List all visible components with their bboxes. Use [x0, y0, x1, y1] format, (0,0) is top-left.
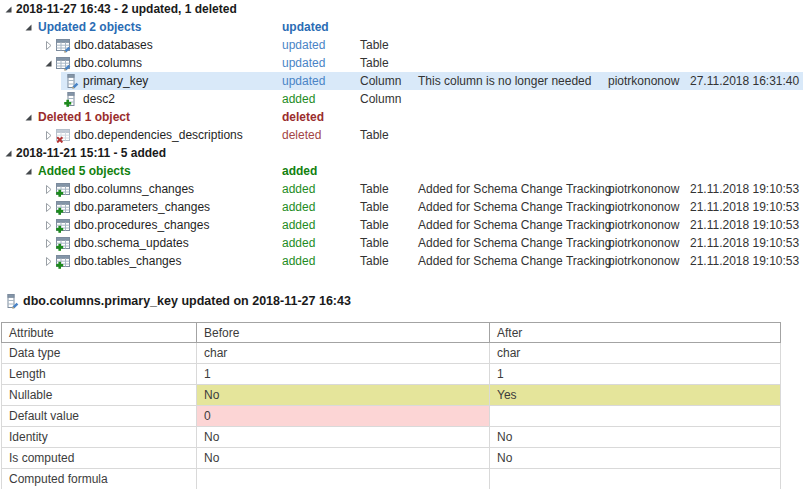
- status-label: updated: [282, 18, 329, 36]
- tree-item-label: Added 5 objects: [38, 162, 131, 180]
- status-label: added: [282, 162, 317, 180]
- tree-row[interactable]: 2018-11-21 15:11 - 5 added: [0, 144, 803, 162]
- attribute-name: Computed formula: [2, 469, 197, 489]
- expander-collapsed-icon[interactable]: [42, 126, 54, 144]
- table-added-icon: [55, 180, 71, 198]
- after-value: [490, 469, 781, 489]
- change-user: piotrkononow: [608, 252, 679, 270]
- compare-row: NullableNoYes: [2, 385, 781, 406]
- change-user: piotrkononow: [608, 180, 679, 198]
- attribute-name: Nullable: [2, 385, 197, 406]
- change-description: Added for Schema Change Tracking: [418, 216, 611, 234]
- change-user: piotrkononow: [608, 72, 679, 90]
- tree-item-label: dbo.columns_changes: [74, 180, 194, 198]
- tree-row[interactable]: 2018-11-27 16:43 - 2 updated, 1 deleted: [0, 0, 803, 18]
- compare-row: Default value0: [2, 406, 781, 427]
- object-type: Column: [360, 90, 401, 108]
- detail-header: dbo.columns.primary_key updated on 2018-…: [3, 292, 351, 310]
- object-type: Table: [360, 54, 389, 72]
- change-datetime: 21.11.2018 19:10:53: [690, 198, 799, 216]
- compare-header-before: Before: [197, 323, 490, 343]
- tree-row[interactable]: dbo.databasesupdatedTable: [0, 36, 803, 54]
- attribute-name: Is computed: [2, 448, 197, 469]
- tree-row[interactable]: Updated 2 objectsupdated: [0, 18, 803, 36]
- compare-row: Data typecharchar: [2, 343, 781, 364]
- tree-row[interactable]: dbo.columns_changesaddedTableAdded for S…: [0, 180, 803, 198]
- tree-item-label: 2018-11-21 15:11 - 5 added: [16, 144, 166, 162]
- object-type: Table: [360, 36, 389, 54]
- compare-header-attribute: Attribute: [2, 323, 197, 343]
- tree-row[interactable]: dbo.parameters_changesaddedTableAdded fo…: [0, 198, 803, 216]
- change-datetime: 21.11.2018 19:10:53: [690, 252, 799, 270]
- table-added-icon: [55, 252, 71, 270]
- change-description: Added for Schema Change Tracking: [418, 180, 611, 198]
- table-added-icon: [55, 198, 71, 216]
- object-type: Table: [360, 252, 389, 270]
- tree-row[interactable]: desc2addedColumn: [0, 90, 803, 108]
- attribute-name: Default value: [2, 406, 197, 427]
- tree-item-label: 2018-11-27 16:43 - 2 updated, 1 deleted: [16, 0, 237, 18]
- expander-expanded-icon[interactable]: [22, 18, 34, 36]
- compare-row: Computed formula: [2, 469, 781, 489]
- table-deleted-icon: [55, 126, 71, 144]
- status-label: added: [282, 90, 315, 108]
- after-value: No: [490, 427, 781, 448]
- tree-row[interactable]: dbo.dependencies_descriptionsdeletedTabl…: [0, 126, 803, 144]
- change-datetime: 21.11.2018 19:10:53: [690, 234, 799, 252]
- table-added-icon: [55, 216, 71, 234]
- column-updated-icon: [3, 292, 19, 310]
- object-type: Table: [360, 180, 389, 198]
- tree-row[interactable]: dbo.schema_updatesaddedTableAdded for Sc…: [0, 234, 803, 252]
- status-label: updated: [282, 36, 325, 54]
- compare-header-row: AttributeBeforeAfter: [2, 323, 781, 343]
- tree-item-label: desc2: [83, 90, 115, 108]
- tree-row[interactable]: dbo.tables_changesaddedTableAdded for Sc…: [0, 252, 803, 270]
- change-description: Added for Schema Change Tracking: [418, 252, 611, 270]
- tree-item-label: Deleted 1 object: [38, 108, 130, 126]
- expander-collapsed-icon[interactable]: [42, 216, 54, 234]
- expander-expanded-icon[interactable]: [2, 144, 14, 162]
- compare-header-after: After: [490, 323, 781, 343]
- expander-collapsed-icon[interactable]: [42, 36, 54, 54]
- expander-expanded-icon[interactable]: [42, 54, 54, 72]
- expander-expanded-icon[interactable]: [22, 108, 34, 126]
- status-label: added: [282, 180, 315, 198]
- object-type: Table: [360, 234, 389, 252]
- object-type: Table: [360, 216, 389, 234]
- tree-row[interactable]: Added 5 objectsadded: [0, 162, 803, 180]
- tree-row[interactable]: dbo.procedures_changesaddedTableAdded fo…: [0, 216, 803, 234]
- before-value: [197, 469, 490, 489]
- compare-row: Is computedNoNo: [2, 448, 781, 469]
- table-added-icon: [55, 234, 71, 252]
- table-updated-icon: [55, 36, 71, 54]
- object-type: Table: [360, 126, 389, 144]
- tree-row[interactable]: Deleted 1 objectdeleted: [0, 108, 803, 126]
- expander-collapsed-icon[interactable]: [42, 252, 54, 270]
- expander-collapsed-icon[interactable]: [42, 180, 54, 198]
- after-value: Yes: [490, 385, 781, 406]
- after-value: [490, 406, 781, 427]
- change-user: piotrkononow: [608, 234, 679, 252]
- tree-item-label: primary_key: [83, 72, 148, 90]
- tree-row[interactable]: dbo.columnsupdatedTable: [0, 54, 803, 72]
- after-value: char: [490, 343, 781, 364]
- before-value: char: [197, 343, 490, 364]
- expander-collapsed-icon[interactable]: [42, 198, 54, 216]
- object-type: Table: [360, 198, 389, 216]
- tree-item-label: dbo.procedures_changes: [74, 216, 209, 234]
- status-label: added: [282, 252, 315, 270]
- tree-row[interactable]: primary_keyupdatedColumnThis column is n…: [0, 72, 803, 90]
- change-datetime: 21.11.2018 19:10:53: [690, 180, 799, 198]
- compare-row: IdentityNoNo: [2, 427, 781, 448]
- change-description: This column is no longer needed: [418, 72, 591, 90]
- change-description: Added for Schema Change Tracking: [418, 234, 611, 252]
- status-label: added: [282, 234, 315, 252]
- status-label: updated: [282, 72, 325, 90]
- before-value: No: [197, 448, 490, 469]
- change-user: piotrkononow: [608, 198, 679, 216]
- expander-expanded-icon[interactable]: [22, 162, 34, 180]
- before-value: 1: [197, 364, 490, 385]
- tree-item-label: Updated 2 objects: [38, 18, 141, 36]
- expander-expanded-icon[interactable]: [2, 0, 14, 18]
- expander-collapsed-icon[interactable]: [42, 234, 54, 252]
